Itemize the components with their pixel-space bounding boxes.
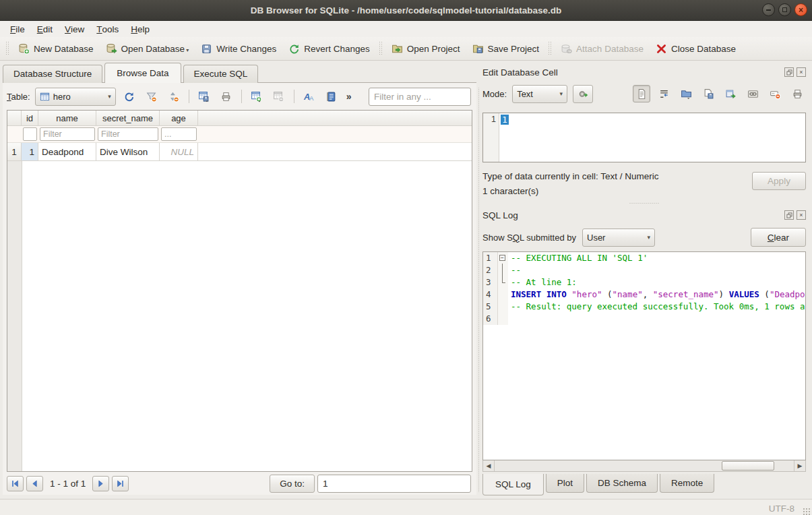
log-line-number: 4 [483,289,498,301]
table-select-value: hero [53,92,71,102]
table-select[interactable]: hero ▾ [35,88,116,106]
grid-header-filler [198,111,472,126]
apply-data-button[interactable] [573,85,593,103]
filter-input-age[interactable] [161,127,197,141]
text-mode-button[interactable] [633,85,650,102]
sql-log-view[interactable]: 1−-- EXECUTING ALL IN 'SQL 1'2--3-- At l… [482,251,806,460]
resize-grip[interactable] [803,508,811,515]
insert-record-button[interactable] [248,88,266,105]
scroll-left-icon[interactable]: ◀ [483,460,495,471]
sql-log-hscrollbar[interactable]: ◀ ▶ [482,460,806,472]
toolbar-grip-3[interactable] [548,41,552,56]
last-record-icon [117,480,124,487]
link-icon [747,88,759,100]
sql-source-select[interactable]: User ▾ [582,229,655,247]
mode-select[interactable]: Text ▾ [512,85,567,103]
set-null-button[interactable] [766,85,784,102]
clear-log-button[interactable]: Clear [751,228,806,247]
column-header-name[interactable]: name [38,111,96,126]
dock-splitter-handle[interactable] [629,199,659,207]
menu-view[interactable]: View [59,21,90,37]
close-window-button[interactable]: × [794,3,807,16]
cell-secret_name[interactable]: Dive Wilson [96,143,160,161]
open-in-external-button[interactable] [722,85,739,102]
goto-button[interactable]: Go to: [270,475,315,493]
close-panel-icon[interactable]: × [797,210,806,220]
open-file-icon [681,88,692,100]
cell-id[interactable]: 1 [22,143,38,161]
fold-collapse-icon[interactable]: − [499,255,505,261]
edit-display-format-button[interactable]: AA [301,88,318,105]
menu-file[interactable]: File [4,21,31,37]
float-panel-icon[interactable] [784,210,794,220]
row-header[interactable]: 1 [7,143,22,161]
save-results-button[interactable] [195,88,213,105]
save-project-icon [472,43,484,55]
column-header-secret_name[interactable]: secret_name [96,111,160,126]
fold-margin [498,276,508,289]
filter-any-column-input[interactable] [369,88,471,106]
menu-tools[interactable]: Tools [90,21,125,37]
menu-edit[interactable]: Edit [31,21,59,37]
tab-browse-data[interactable]: Browse Data [104,63,181,83]
dock-tab-plot[interactable]: Plot [546,474,584,493]
fold-margin[interactable]: − [498,252,508,264]
open-database-dropdown-icon[interactable]: ▾ [186,47,189,55]
maximize-button[interactable] [778,3,791,16]
filter-input-secret_name[interactable] [98,127,158,141]
toolbar-grip-2[interactable] [379,41,383,56]
clear-filters-button[interactable] [143,88,160,105]
main-toolbar: New Database Open Database ▾ Write Chang… [0,37,812,61]
import-data-button[interactable] [677,85,695,102]
clear-sorting-button[interactable] [165,88,183,105]
toolbar-grip[interactable] [5,41,9,56]
refresh-button[interactable] [121,88,138,105]
cell-editor[interactable]: 1 1 [482,113,806,162]
right-pane: Edit Database Cell × Mode: Text ▾ [480,61,812,499]
cell-name[interactable]: Deadpond [38,143,96,161]
tab-database-structure[interactable]: Database Structure [3,65,102,83]
minimize-button[interactable] [762,3,775,16]
scrollbar-thumb[interactable] [722,461,774,471]
print-button[interactable] [218,88,235,105]
table-row[interactable]: 11DeadpondDive WilsonNULL [7,143,472,161]
dock-tab-remote[interactable]: Remote [660,474,714,493]
new-database-button[interactable]: New Database [12,40,100,57]
grid-corner[interactable] [7,111,22,126]
copy-link-button[interactable] [744,85,761,102]
first-record-button[interactable] [7,476,24,491]
column-header-age[interactable]: age [160,111,198,126]
last-record-button[interactable] [112,476,129,491]
dock-tab-sql-log[interactable]: SQL Log [482,474,544,495]
write-changes-button[interactable]: Write Changes [195,40,282,57]
open-project-button[interactable]: Open Project [385,40,466,57]
previous-record-button[interactable] [26,476,43,491]
next-record-button[interactable] [92,476,109,491]
toolbar-overflow-chevron[interactable]: » [346,91,352,102]
scrollbar-track[interactable] [495,460,794,471]
attach-database-icon [561,43,572,55]
float-panel-icon[interactable] [784,67,794,77]
word-wrap-button[interactable] [655,85,673,102]
apply-button[interactable]: Apply [752,172,806,190]
sql-log-title: SQL Log [482,210,518,220]
column-header-id[interactable]: id [22,111,38,126]
scroll-right-icon[interactable]: ▶ [794,460,805,471]
print-cell-button[interactable] [788,85,806,102]
close-panel-icon[interactable]: × [797,67,806,77]
dock-tab-db-schema[interactable]: DB Schema [586,474,658,493]
save-project-button[interactable]: Save Project [466,40,546,57]
binary-view-button[interactable] [323,88,340,105]
tab-execute-sql[interactable]: Execute SQL [183,65,259,83]
export-data-button[interactable] [699,85,717,102]
filter-input-id[interactable] [23,127,37,141]
print-icon [792,88,803,100]
close-database-button[interactable]: Close Database [650,40,742,57]
cell-editor-content[interactable]: 1 [499,113,805,162]
open-database-button[interactable]: Open Database ▾ [100,40,195,57]
filter-input-name[interactable] [40,127,95,141]
goto-input[interactable] [317,475,471,493]
revert-changes-button[interactable]: Revert Changes [282,40,376,57]
menu-help[interactable]: Help [125,21,156,37]
cell-age[interactable]: NULL [160,143,198,161]
